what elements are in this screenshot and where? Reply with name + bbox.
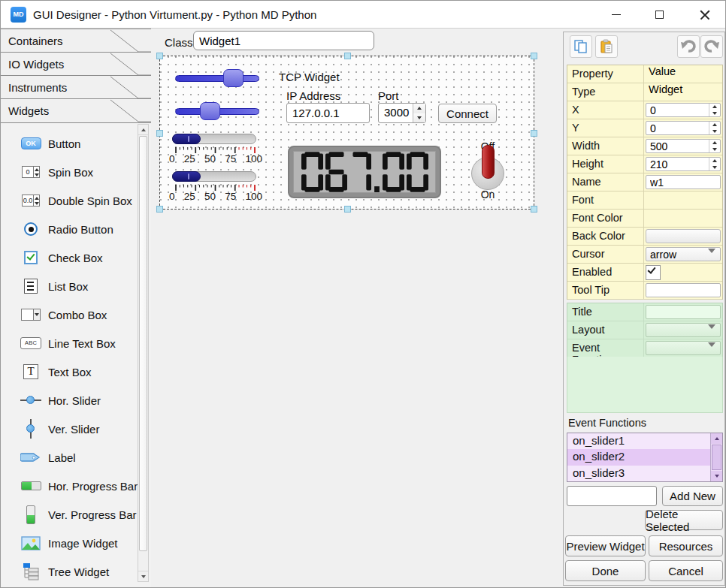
palette-item-image-widget[interactable]: Image Widget [1, 529, 151, 557]
toggle-lever[interactable] [482, 145, 495, 179]
property-row-name[interactable]: Name [567, 173, 722, 191]
palette-item-line-text-box[interactable]: ABC Line Text Box [1, 329, 151, 357]
cursor-dropdown[interactable]: arrow [646, 247, 721, 261]
new-event-function-input[interactable] [567, 486, 657, 506]
horizontal-slider-1[interactable] [175, 68, 259, 88]
selection-handle[interactable] [156, 53, 163, 59]
copy-button[interactable] [570, 35, 592, 58]
horizontal-slider-2[interactable] [175, 101, 259, 121]
spin-up-icon[interactable] [709, 122, 720, 128]
delete-selected-button[interactable]: Delete Selected [645, 510, 723, 530]
event-list-scrollbar[interactable] [710, 433, 722, 481]
palette-item-double-spin-box[interactable]: 0.0 Double Spin Box [1, 186, 151, 215]
spin-down-icon[interactable] [709, 128, 720, 135]
property-row-layout[interactable]: Layout [567, 321, 722, 339]
spin-down-icon[interactable] [709, 164, 720, 171]
sidebar-scrollbar[interactable] [138, 124, 149, 582]
back-color-button[interactable] [646, 229, 721, 243]
property-row-back-color[interactable]: Back Color [567, 228, 722, 246]
property-row-tool-tip[interactable]: Tool Tip [567, 282, 722, 300]
scroll-down-icon[interactable] [711, 471, 722, 481]
scroll-up-icon[interactable] [138, 125, 148, 135]
class-name-input[interactable] [193, 31, 374, 50]
palette-item-vertical-progress-bar[interactable]: Ver. Progress Bar [1, 500, 151, 529]
enabled-checkbox[interactable] [646, 265, 661, 280]
spin-up-icon[interactable] [709, 140, 720, 146]
scroll-down-icon[interactable] [138, 571, 148, 581]
palette-item-list-box[interactable]: List Box [1, 272, 151, 300]
selection-handle[interactable] [344, 206, 351, 213]
property-row-height[interactable]: Height 210 [567, 155, 722, 173]
tool-tip-input[interactable] [646, 283, 721, 297]
section-instruments[interactable]: Instruments [1, 75, 151, 98]
spin-up-icon[interactable] [709, 104, 720, 110]
port-label[interactable]: Port [378, 89, 399, 102]
selection-handle[interactable] [531, 206, 537, 213]
spin-down-icon[interactable] [709, 146, 720, 153]
palette-item-horizontal-slider[interactable]: Hor. Slider [1, 386, 151, 415]
scrollbar-thumb[interactable] [712, 445, 721, 470]
scale-slider-1[interactable] [172, 134, 256, 144]
ip-address-input[interactable] [286, 103, 370, 123]
property-row-cursor[interactable]: Cursor arrow [567, 246, 722, 264]
spin-down-icon[interactable] [413, 113, 425, 123]
spin-up-icon[interactable] [709, 158, 720, 164]
palette-item-vertical-slider[interactable]: Ver. Slider [1, 415, 151, 443]
lcd-number-display[interactable] [288, 146, 441, 198]
event-function-item[interactable]: on_slider2 [567, 449, 710, 465]
tcp-widget-label[interactable]: TCP Widget [279, 71, 340, 83]
title-input[interactable] [646, 305, 721, 319]
selection-handle[interactable] [531, 53, 537, 59]
property-row-enabled[interactable]: Enabled [567, 264, 722, 282]
cancel-button[interactable]: Cancel [649, 560, 723, 581]
property-row-y[interactable]: Y 0 [567, 119, 722, 137]
palette-item-button[interactable]: OK Button [1, 129, 151, 158]
resources-button[interactable]: Resources [649, 535, 723, 556]
palette-item-horizontal-progress-bar[interactable]: Hor. Progress Bar [1, 472, 151, 500]
scrollbar-thumb[interactable] [139, 136, 147, 551]
y-spinbox[interactable]: 0 [646, 121, 721, 135]
palette-item-radio-button[interactable]: Radio Button [1, 215, 151, 243]
connect-button[interactable]: Connect [438, 104, 497, 123]
palette-item-spin-box[interactable]: 0 Spin Box [1, 158, 151, 186]
undo-button[interactable] [677, 35, 700, 58]
palette-item-tree-widget[interactable]: Tree Widget [1, 557, 151, 586]
port-spinbox[interactable]: 3000 [378, 103, 426, 123]
event-function-item[interactable]: on_slider3 [567, 466, 710, 481]
redo-button[interactable] [700, 35, 723, 58]
name-input[interactable] [646, 175, 721, 189]
ip-address-label[interactable]: IP Address [286, 89, 340, 102]
property-row-font-color[interactable]: Font Color [567, 210, 722, 228]
x-spinbox[interactable]: 0 [646, 103, 721, 117]
width-spinbox[interactable]: 500 [646, 139, 721, 153]
layout-dropdown[interactable] [646, 323, 721, 337]
event-function-item[interactable]: on_slider1 [567, 433, 710, 449]
add-new-button[interactable]: Add New [662, 486, 723, 506]
property-row-font[interactable]: Font [567, 191, 722, 210]
palette-item-label-widget[interactable]: Label [1, 443, 151, 472]
property-row-type[interactable]: Type Widget [567, 83, 722, 101]
selection-handle[interactable] [344, 53, 351, 59]
spin-up-icon[interactable] [413, 104, 425, 113]
design-canvas[interactable]: TCP Widget IP Address Port 3000 Connect … [159, 56, 534, 210]
section-containers[interactable]: Containers [1, 29, 151, 52]
event-function-dropdown[interactable] [646, 341, 721, 355]
selection-handle[interactable] [156, 130, 163, 137]
close-button[interactable] [693, 4, 715, 26]
spin-down-icon[interactable] [709, 110, 720, 117]
height-spinbox[interactable]: 210 [646, 157, 721, 171]
property-row-width[interactable]: Width 500 [567, 137, 722, 155]
palette-item-combo-box[interactable]: Combo Box [1, 300, 151, 329]
property-row-event-function[interactable]: Event Function [567, 339, 722, 357]
section-io-widgets[interactable]: IO Widgets [1, 52, 151, 75]
minimize-button[interactable] [605, 4, 628, 26]
palette-item-check-box[interactable]: Check Box [1, 243, 151, 272]
property-row-x[interactable]: X 0 [567, 101, 722, 119]
section-widgets[interactable]: Widgets [1, 98, 151, 122]
palette-item-text-box[interactable]: T Text Box [1, 357, 151, 386]
selection-handle[interactable] [531, 130, 537, 137]
done-button[interactable]: Done [565, 560, 646, 581]
property-row-title[interactable]: Title [567, 303, 722, 321]
maximize-button[interactable] [648, 4, 670, 26]
selection-handle[interactable] [156, 206, 163, 213]
